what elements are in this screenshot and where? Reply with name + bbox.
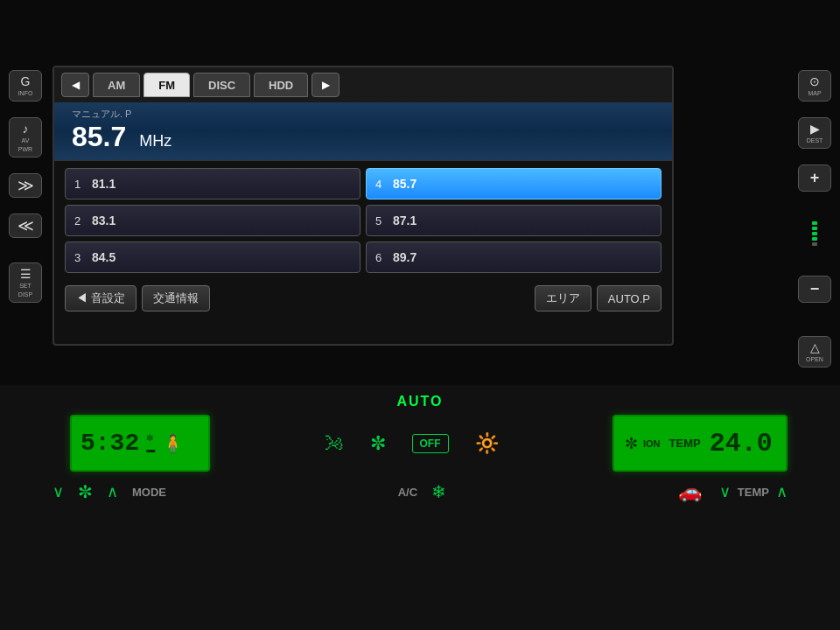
auto-p-button[interactable]: AUTO.P [597,285,662,312]
tab-fm-label: FM [158,79,175,92]
scroll-up-button[interactable]: ≫ [9,173,42,198]
tab-am-label: AM [108,79,125,92]
off-button[interactable]: OFF [412,434,449,453]
center-climate-controls: A/C ❄ [398,481,446,502]
tab-prev-button[interactable]: ◀ [61,73,89,97]
volume-bar [798,207,831,260]
tab-disc[interactable]: DISC [193,73,250,97]
ac-label: A/C [398,486,417,499]
level-bar-icon: ▬ [146,444,155,454]
vol-down-icon: − [810,280,820,298]
tab-hdd-label: HDD [269,79,293,92]
tab-next-icon: ▶ [322,79,330,91]
map-label: MAP [808,90,821,96]
preset-2-num: 2 [74,214,87,228]
set-disp-icon: ☰ [14,267,37,281]
main-screen: ◀ AM FM DISC HDD ▶ マニュアル. P 85.7 MHz 1 8… [52,66,674,346]
preset-6-freq: 89.7 [393,250,416,264]
climate-section: AUTO 5:32 ✼ ▬ 🧍 🌬 ✼ OFF 🔆 ✼ ION TEMP 24 [0,385,840,630]
set-disp-label: SET DISP [18,283,32,298]
preset-3-num: 3 [74,251,87,264]
preset-4-freq: 85.7 [393,177,416,191]
temp-up-button[interactable]: ∧ [107,482,118,501]
preset-5[interactable]: 5 87.1 [366,205,662,236]
right-temp-label: TEMP [738,486,769,499]
vol-up-icon: + [810,169,820,186]
dest-button[interactable]: ▶ DEST [798,117,831,149]
preset-6[interactable]: 6 89.7 [366,242,662,273]
open-button[interactable]: △ OPEN [798,336,831,368]
clock-display: 5:32 [80,430,139,457]
sound-settings-button[interactable]: ◀ 音設定 [65,285,136,312]
climate-bottom-row: ∨ ✼ ∧ MODE A/C ❄ 🚗 ∨ TEMP ∧ [0,472,840,512]
right-screen-buttons: エリア AUTO.P [535,285,662,312]
map-button[interactable]: ⊙ MAP [798,70,831,102]
right-temp-down-button[interactable]: ∨ [719,482,731,501]
right-temp-up-button[interactable]: ∧ [776,482,788,501]
defrost-rear-icon: 🔆 [475,432,499,455]
info-button[interactable]: G INFO [9,70,42,102]
preset-3-freq: 84.5 [92,250,116,264]
info-icon: G [14,74,37,88]
tab-am[interactable]: AM [93,73,140,97]
car-icon: 🚗 [678,480,702,503]
preset-1[interactable]: 1 81.1 [65,168,360,200]
av-pwr-button[interactable]: ♪ AV PWR [9,117,42,158]
preset-1-freq: 81.1 [92,177,116,191]
map-icon: ⊙ [803,74,826,88]
tab-hdd[interactable]: HDD [254,73,308,97]
screen-bottom-buttons: ◀ 音設定 交通情報 エリア AUTO.P [54,280,672,317]
preset-4-num: 4 [375,178,388,191]
ion-indicator-icon: ✼ [625,434,638,453]
ion-label: ION [643,438,661,449]
preset-2[interactable]: 2 83.1 [65,205,360,236]
av-pwr-icon: ♪ [14,122,37,136]
defrost-front-icon: 🌬 [325,432,344,455]
frequency-value: 85.7 MHz [72,121,654,153]
preset-5-freq: 87.1 [393,214,416,228]
open-label: OPEN [806,356,823,362]
auto-label: AUTO [396,394,443,410]
tab-prev-icon: ◀ [72,79,80,91]
climate-main: 5:32 ✼ ▬ 🧍 🌬 ✼ OFF 🔆 ✼ ION TEMP 24.0 [0,415,840,472]
av-pwr-label: AV PWR [18,137,32,152]
frequency-mode-label: マニュアル. P [72,108,654,121]
temp-value: 24.0 [710,429,773,458]
mode-label: MODE [132,486,166,499]
traffic-info-button[interactable]: 交通情報 [142,285,210,312]
fan-bottom-icon: ✼ [78,481,93,502]
right-sidebar: ⊙ MAP ▶ DEST + − △ OPEN [798,70,831,368]
tab-next-button[interactable]: ▶ [312,73,340,97]
area-button[interactable]: エリア [535,285,592,312]
set-disp-button[interactable]: ☰ SET DISP [9,262,42,303]
info-label: INFO [18,90,33,96]
climate-icons-row: 🌬 ✼ OFF 🔆 [325,432,499,455]
temp-down-button[interactable]: ∨ [52,482,64,501]
scroll-down-icon: ≪ [18,217,34,234]
person-icon: 🧍 [162,433,184,454]
tab-bar: ◀ AM FM DISC HDD ▶ [54,67,672,102]
climate-center-controls: 🌬 ✼ OFF 🔆 [228,432,595,455]
scroll-down-button[interactable]: ≪ [9,214,42,238]
dest-icon: ▶ [803,122,826,136]
frequency-display: マニュアル. P 85.7 MHz [54,102,672,161]
preset-4[interactable]: 4 85.7 [366,168,662,200]
fan-icon: ✼ [146,433,155,443]
frequency-unit: MHz [139,132,172,150]
lcd-right-display: ✼ ION TEMP 24.0 [612,415,788,472]
right-climate-controls: 🚗 ∨ TEMP ∧ [678,480,788,503]
left-climate-controls: ∨ ✼ ∧ MODE [52,481,166,502]
vol-down-button[interactable]: − [798,276,831,303]
temp-label: TEMP [669,437,701,450]
open-icon: △ [803,340,826,354]
left-screen-buttons: ◀ 音設定 交通情報 [65,285,210,312]
tab-fm[interactable]: FM [144,73,190,97]
temp-control-group: ∨ TEMP ∧ [719,482,788,501]
preset-1-num: 1 [74,178,87,191]
preset-grid: 1 81.1 4 85.7 2 83.1 5 87.1 3 84.5 6 89.… [54,161,672,280]
vol-up-button[interactable]: + [798,164,831,192]
lcd-left-icons: ✼ ▬ [146,433,155,454]
ac-icon: ❄ [431,481,446,502]
preset-6-num: 6 [375,251,388,264]
preset-3[interactable]: 3 84.5 [65,242,360,273]
